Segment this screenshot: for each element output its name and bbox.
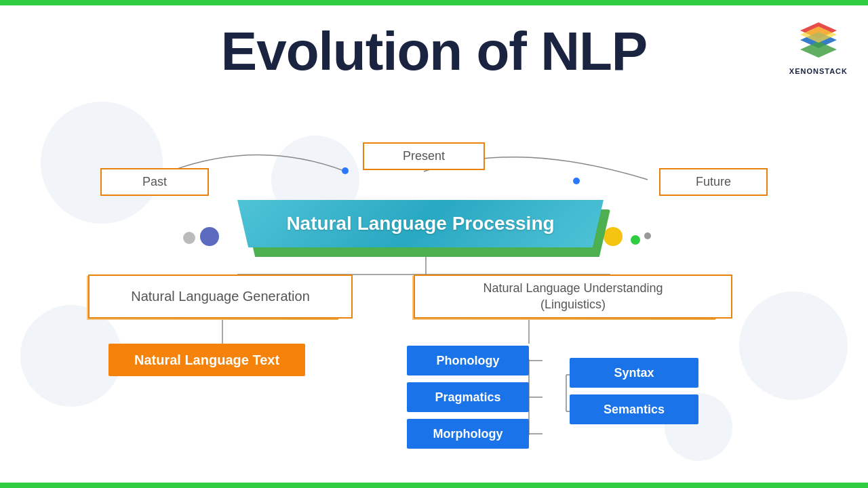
pragmatics-box: Pragmatics bbox=[407, 382, 529, 412]
logo-text: XENONSTACK bbox=[789, 67, 848, 75]
bg-decoration-2 bbox=[20, 305, 122, 407]
bottom-bar bbox=[0, 483, 868, 488]
bg-decoration-1 bbox=[41, 102, 163, 224]
nlp-label: Natural Language Processing bbox=[286, 213, 554, 235]
morphology-box: Morphology bbox=[407, 419, 529, 449]
nlg-box: Natural Language Generation bbox=[88, 274, 353, 319]
nlu-box: Natural Language Understanding(Linguisti… bbox=[414, 274, 732, 319]
phonology-box: Phonology bbox=[407, 346, 529, 375]
logo: XENONSTACK bbox=[789, 17, 848, 75]
decorative-dot-gray-sm bbox=[644, 232, 651, 239]
timeline-dot-center bbox=[342, 167, 349, 174]
logo-icon bbox=[795, 17, 842, 64]
decorative-dot-purple bbox=[200, 227, 219, 246]
top-bar bbox=[0, 0, 868, 5]
timeline-future: Future bbox=[659, 168, 768, 196]
nl-text-box: Natural Language Text bbox=[108, 344, 305, 376]
bg-decoration-3 bbox=[739, 291, 848, 400]
page-title: Evolution of NLP bbox=[0, 20, 868, 83]
syntax-box: Syntax bbox=[570, 358, 698, 388]
timeline-dot-right bbox=[573, 178, 580, 184]
timeline-present: Present bbox=[363, 142, 485, 170]
nlp-main-container: Natural Language Processing bbox=[237, 200, 617, 247]
decorative-dot-gray bbox=[183, 232, 195, 244]
nlp-main-box: Natural Language Processing bbox=[237, 200, 604, 247]
semantics-box: Semantics bbox=[570, 394, 698, 424]
decorative-dot-green bbox=[631, 235, 640, 245]
timeline-past: Past bbox=[100, 168, 209, 196]
svg-marker-2 bbox=[800, 41, 837, 58]
nlu-label: Natural Language Understanding(Linguisti… bbox=[483, 281, 663, 312]
